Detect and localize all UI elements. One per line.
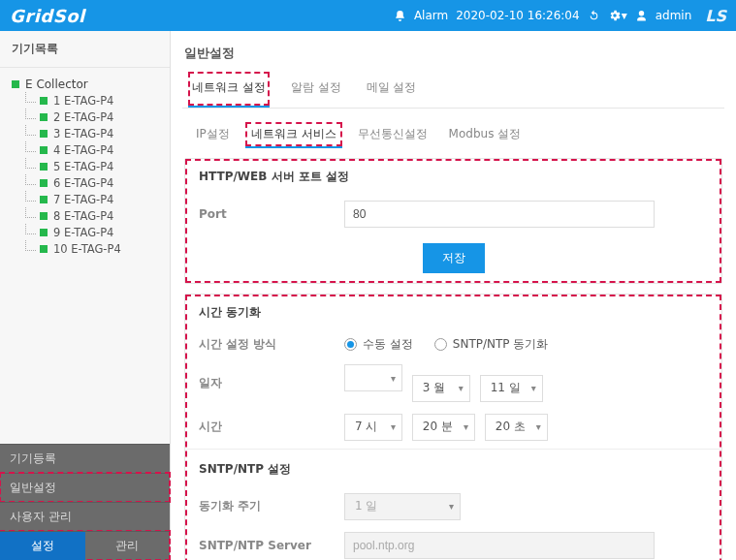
bottom-main-settings[interactable]: 설정 (0, 531, 85, 560)
subtab-wireless[interactable]: 무선통신설정 (352, 122, 433, 148)
radio-sntp[interactable]: SNTP/NTP 동기화 (434, 336, 549, 353)
status-square-icon (40, 163, 48, 171)
sidebar: 기기목록 E Collector 1 E-TAG-P42 E-TAG-P43 E… (0, 31, 171, 560)
http-panel: HTTP/WEB 서버 포트 설정 Port 저장 (184, 158, 722, 284)
bell-icon[interactable] (394, 10, 406, 22)
gear-icon[interactable]: ▾ (608, 9, 627, 22)
status-square-icon (40, 97, 48, 105)
status-square-icon (40, 179, 48, 187)
subtab-modbus[interactable]: Modbus 설정 (443, 122, 528, 148)
tree-item[interactable]: 3 E-TAG-P4 (25, 127, 164, 140)
tab-alarm[interactable]: 알람 설정 (287, 72, 345, 108)
header-right: Alarm 2020-02-10 16:26:04 ▾ admin LS (394, 7, 726, 25)
tree-item[interactable]: 6 E-TAG-P4 (25, 176, 164, 190)
status-square-icon (40, 113, 48, 121)
tree-item[interactable]: 4 E-TAG-P4 (25, 143, 164, 157)
tree-item[interactable]: 2 E-TAG-P4 (25, 110, 164, 124)
radio-manual[interactable]: 수동 설정 (344, 336, 413, 353)
save-button[interactable]: 저장 (423, 243, 485, 273)
sntp-server-input[interactable] (344, 532, 655, 559)
refresh-icon[interactable] (588, 10, 600, 22)
header-username: admin (656, 9, 692, 22)
bottom-tab-device-register[interactable]: 기기등록 (0, 444, 170, 473)
year-select[interactable] (344, 364, 402, 391)
status-square-icon (40, 229, 48, 236)
time-panel: 시간 동기화 시간 설정 방식 수동 설정 SNTP/NTP 동기화 일자 (184, 294, 722, 560)
date-label: 일자 (199, 375, 344, 391)
tree-root[interactable]: E Collector 1 E-TAG-P42 E-TAG-P43 E-TAG-… (12, 78, 164, 256)
month-select[interactable]: 3 월 (412, 375, 470, 402)
sidebar-bottom-tabs: 기기등록 일반설정 사용자 관리 설정 관리 (0, 444, 170, 560)
time-panel-title: 시간 동기화 (185, 295, 721, 330)
tree-item[interactable]: 5 E-TAG-P4 (25, 160, 164, 173)
tree-item[interactable]: 7 E-TAG-P4 (25, 193, 164, 206)
bottom-main-manage[interactable]: 관리 (85, 531, 171, 560)
sntp-server-label: SNTP/NTP Server (199, 539, 344, 552)
status-square-icon (40, 130, 48, 138)
status-square-icon (40, 212, 48, 220)
status-square-icon (40, 146, 48, 154)
top-tabs: 네트워크 설정 알람 설정 메일 설정 (182, 72, 724, 109)
day-select[interactable]: 11 일 (480, 375, 543, 402)
time-mode-label: 시간 설정 방식 (199, 336, 344, 353)
tree-item[interactable]: 10 E-TAG-P4 (25, 242, 164, 256)
brand-logo: GridSol (10, 6, 85, 26)
sidebar-title: 기기목록 (0, 31, 170, 68)
main-content: 일반설정 네트워크 설정 알람 설정 메일 설정 IP설정 네트워크 서비스 무… (171, 31, 736, 560)
sub-tabs: IP설정 네트워크 서비스 무선통신설정 Modbus 설정 (182, 114, 724, 158)
subtab-ip[interactable]: IP설정 (190, 122, 236, 148)
status-square-icon (12, 80, 19, 88)
port-input[interactable] (344, 201, 655, 228)
tree-item[interactable]: 8 E-TAG-P4 (25, 209, 164, 223)
tab-network[interactable]: 네트워크 설정 (188, 72, 270, 108)
sync-cycle-label: 동기화 주기 (199, 498, 344, 514)
sync-cycle-select[interactable]: 1 일 (344, 493, 461, 520)
page-title: 일반설정 (182, 41, 724, 72)
hour-select[interactable]: 7 시 (344, 414, 402, 441)
second-select[interactable]: 20 초 (485, 414, 548, 441)
app-header: GridSol Alarm 2020-02-10 16:26:04 ▾ admi… (0, 0, 736, 31)
device-tree: E Collector 1 E-TAG-P42 E-TAG-P43 E-TAG-… (0, 68, 170, 444)
alarm-label: Alarm (414, 9, 448, 22)
bottom-tab-users[interactable]: 사용자 관리 (0, 502, 170, 531)
bottom-tab-general[interactable]: 일반설정 (0, 473, 170, 502)
ls-logo: LS (699, 7, 726, 25)
status-square-icon (40, 196, 48, 203)
user-icon[interactable] (635, 10, 648, 22)
sntp-section-title: SNTP/NTP 설정 (185, 451, 721, 487)
port-label: Port (199, 207, 344, 221)
subtab-network-service[interactable]: 네트워크 서비스 (245, 122, 342, 148)
tab-mail[interactable]: 메일 설정 (363, 72, 421, 108)
radio-icon (344, 338, 357, 351)
status-square-icon (40, 245, 48, 253)
tree-item[interactable]: 9 E-TAG-P4 (25, 226, 164, 239)
time-label: 시간 (199, 419, 344, 435)
minute-select[interactable]: 20 분 (412, 414, 475, 441)
tree-item[interactable]: 1 E-TAG-P4 (25, 94, 164, 108)
http-panel-title: HTTP/WEB 서버 포트 설정 (185, 159, 721, 195)
header-datetime: 2020-02-10 16:26:04 (456, 9, 579, 22)
radio-icon (434, 338, 447, 351)
